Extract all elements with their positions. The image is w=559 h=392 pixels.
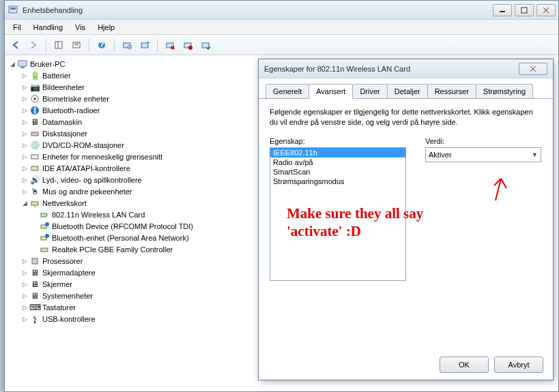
ide-icon [29, 163, 40, 174]
expand-icon[interactable]: ▷ [21, 269, 28, 276]
expand-icon[interactable]: ▷ [21, 107, 28, 114]
camera-icon: 📷 [29, 82, 40, 93]
tree-child-label: Bluetooth Device (RFCOMM Protocol TDI) [52, 222, 193, 230]
tree-item-label: Enheter for menneskelig grensesnitt [42, 153, 162, 161]
tab-resources[interactable]: Ressurser [427, 84, 476, 98]
expand-icon[interactable]: ▷ [21, 188, 28, 195]
expand-icon[interactable]: ▷ [21, 72, 28, 79]
cpu-icon [29, 256, 40, 267]
tree-item-label: USB-kontrollere [42, 315, 96, 323]
menu-file[interactable]: Fil [8, 22, 27, 33]
dialog-titlebar: Egenskaper for 802.11n Wireless LAN Card [259, 59, 553, 78]
fingerprint-icon [29, 93, 40, 104]
expand-icon[interactable]: ▷ [21, 304, 28, 311]
toolbar-separator [157, 38, 158, 52]
expand-icon[interactable]: ▷ [21, 130, 28, 137]
list-item[interactable]: SmartScan [270, 167, 405, 177]
collapse-icon[interactable]: ◢ [21, 200, 28, 207]
tree-item-label: Bluetooth-radioer [42, 106, 100, 115]
computer-icon: 🖥 [29, 117, 40, 127]
minimize-button[interactable] [493, 4, 512, 16]
svg-rect-6 [55, 42, 62, 48]
uninstall-button[interactable] [162, 37, 178, 53]
tree-item-label: IDE ATA/ATAPI-kontrollere [42, 164, 130, 172]
expand-icon[interactable]: ▷ [21, 142, 28, 149]
enable-button[interactable] [197, 37, 214, 53]
close-button[interactable] [536, 4, 556, 16]
dialog-title: Egenskaper for 802.11n Wireless LAN Card [264, 65, 519, 73]
expand-icon[interactable]: ▷ [21, 119, 28, 125]
tree-item-label: Skjermer [42, 280, 72, 288]
tab-general[interactable]: Generelt [266, 84, 309, 98]
expand-icon[interactable]: ▷ [21, 95, 28, 102]
expand-icon[interactable]: ▷ [21, 165, 28, 172]
help-button[interactable]: ? [94, 37, 110, 53]
tree-item-label: DVD/CD-ROM-stasjoner [42, 141, 124, 149]
svg-rect-15 [141, 43, 148, 48]
expand-icon[interactable]: ▷ [21, 153, 28, 160]
expand-icon[interactable]: ▷ [21, 258, 28, 265]
bluetooth-icon [29, 105, 40, 116]
svg-point-25 [33, 97, 36, 100]
back-button[interactable] [8, 37, 24, 53]
computer-icon [17, 59, 28, 70]
tabstrip: Generelt Avansert Driver Detaljer Ressur… [259, 78, 553, 99]
menu-view[interactable]: Vis [70, 22, 91, 33]
forward-button[interactable] [25, 37, 42, 53]
svg-rect-29 [31, 166, 38, 170]
tree-item-label: Diskstasjoner [42, 130, 87, 138]
mouse-icon: 🖱 [29, 186, 40, 197]
svg-rect-22 [18, 61, 27, 66]
value-combobox[interactable]: Aktiver ▼ [425, 147, 541, 162]
show-hide-tree-button[interactable] [51, 37, 67, 53]
ok-button[interactable]: OK [440, 357, 489, 373]
audio-icon: 🔊 [29, 175, 40, 185]
list-item[interactable]: IEEE802.11h [270, 148, 405, 157]
update-driver-button[interactable] [137, 37, 153, 53]
toolbar-separator [89, 38, 89, 52]
tab-driver[interactable]: Driver [352, 84, 387, 98]
svg-text:?: ? [100, 40, 104, 48]
disable-button[interactable] [180, 37, 196, 53]
collapse-icon[interactable]: ◢ [9, 61, 16, 67]
tree-item-label: Mus og andre pekeenheter [42, 187, 132, 196]
bluetooth-pan-icon [39, 232, 50, 243]
instructions-text: Følgende egenskaper er tilgjengelig for … [270, 107, 542, 127]
expand-icon[interactable]: ▷ [21, 84, 28, 91]
properties-dialog: Egenskaper for 802.11n Wireless LAN Card… [258, 59, 554, 380]
dialog-close-button[interactable] [519, 63, 547, 75]
tab-details[interactable]: Detaljer [387, 84, 428, 98]
properties-button[interactable] [68, 37, 85, 53]
svg-rect-27 [31, 132, 38, 136]
cancel-button[interactable]: Avbryt [494, 357, 543, 373]
property-listbox[interactable]: IEEE802.11h Radio av/på SmartScan Strøms… [270, 147, 406, 281]
tree-item-label: Tastaturer [42, 303, 76, 312]
maximize-button[interactable] [515, 4, 534, 16]
tree-item-label: Lyd-, video- og spillkontrollere [42, 176, 142, 184]
svg-rect-38 [32, 258, 38, 264]
svg-rect-23 [20, 67, 25, 68]
svg-rect-37 [41, 248, 48, 252]
scan-hardware-button[interactable] [119, 37, 135, 53]
expand-icon[interactable]: ▷ [21, 281, 28, 288]
list-item[interactable]: Strømsparingsmodus [270, 177, 405, 186]
combo-value: Aktiver [429, 151, 452, 159]
expand-icon[interactable]: ▷ [21, 177, 28, 183]
tab-advanced[interactable]: Avansert [309, 84, 353, 99]
chevron-down-icon: ▼ [532, 151, 538, 158]
menu-action[interactable]: Handling [28, 22, 68, 33]
keyboard-icon: ⌨ [29, 302, 40, 313]
tree-item-label: Batterier [42, 72, 71, 80]
toolbar: ? [5, 35, 558, 55]
tree-child-label: Realtek PCIe GBE Family Controller [52, 245, 173, 254]
optical-drive-icon: 💿 [29, 140, 40, 151]
window-controls [493, 4, 556, 16]
tab-power[interactable]: Strømstyring [476, 84, 533, 98]
menu-help[interactable]: Hjelp [92, 22, 120, 33]
list-item[interactable]: Radio av/på [270, 157, 405, 167]
expand-icon[interactable]: ▷ [21, 292, 28, 299]
expand-icon[interactable]: ▷ [21, 316, 28, 322]
tab-body: Følgende egenskaper er tilgjengelig for … [259, 99, 553, 289]
hid-icon [29, 151, 40, 162]
tree-item-label: Bildeenheter [42, 83, 85, 91]
